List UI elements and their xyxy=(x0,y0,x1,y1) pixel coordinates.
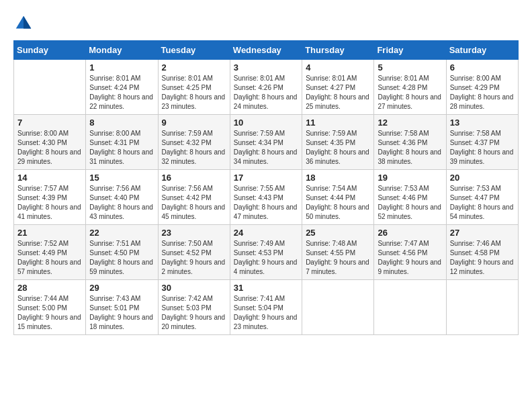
day-number: 6 xyxy=(450,62,515,73)
day-info: Sunrise: 8:01 AMSunset: 4:26 PMDaylight:… xyxy=(234,74,298,111)
calendar-week-4: 21Sunrise: 7:52 AMSunset: 4:49 PMDayligh… xyxy=(14,225,519,280)
header-saturday: Saturday xyxy=(446,41,518,60)
calendar-cell: 23Sunrise: 7:50 AMSunset: 4:52 PMDayligh… xyxy=(158,225,230,280)
day-number: 26 xyxy=(378,228,442,238)
day-info: Sunrise: 7:43 AMSunset: 5:01 PMDaylight:… xyxy=(89,294,154,332)
day-info: Sunrise: 7:58 AMSunset: 4:37 PMDaylight:… xyxy=(450,129,515,167)
day-info: Sunrise: 7:48 AMSunset: 4:55 PMDaylight:… xyxy=(306,239,370,277)
calendar-cell: 30Sunrise: 7:42 AMSunset: 5:03 PMDayligh… xyxy=(158,280,230,335)
calendar-cell: 12Sunrise: 7:58 AMSunset: 4:36 PMDayligh… xyxy=(374,115,446,170)
day-number: 31 xyxy=(234,283,298,293)
header-wednesday: Wednesday xyxy=(230,41,302,60)
day-info: Sunrise: 7:52 AMSunset: 4:49 PMDaylight:… xyxy=(17,239,82,277)
day-number: 27 xyxy=(450,228,515,238)
day-number: 18 xyxy=(306,173,370,183)
day-number: 21 xyxy=(17,228,82,238)
calendar-cell: 13Sunrise: 7:58 AMSunset: 4:37 PMDayligh… xyxy=(446,115,518,170)
day-info: Sunrise: 7:58 AMSunset: 4:36 PMDaylight:… xyxy=(378,129,442,167)
calendar-cell: 19Sunrise: 7:53 AMSunset: 4:46 PMDayligh… xyxy=(374,170,446,225)
day-info: Sunrise: 7:50 AMSunset: 4:52 PMDaylight:… xyxy=(162,239,226,277)
day-number: 28 xyxy=(17,283,82,293)
day-info: Sunrise: 7:56 AMSunset: 4:42 PMDaylight:… xyxy=(162,184,226,222)
day-number: 7 xyxy=(17,118,82,128)
day-info: Sunrise: 7:51 AMSunset: 4:50 PMDaylight:… xyxy=(89,239,154,277)
day-info: Sunrise: 8:01 AMSunset: 4:24 PMDaylight:… xyxy=(89,74,154,111)
calendar-cell: 27Sunrise: 7:46 AMSunset: 4:58 PMDayligh… xyxy=(446,225,518,280)
day-number: 23 xyxy=(162,228,226,238)
day-info: Sunrise: 7:47 AMSunset: 4:56 PMDaylight:… xyxy=(378,239,442,277)
day-info: Sunrise: 8:01 AMSunset: 4:27 PMDaylight:… xyxy=(306,74,370,111)
calendar-cell: 2Sunrise: 8:01 AMSunset: 4:25 PMDaylight… xyxy=(158,60,230,115)
day-number: 10 xyxy=(234,118,298,128)
day-info: Sunrise: 7:44 AMSunset: 5:00 PMDaylight:… xyxy=(17,294,82,332)
logo-icon xyxy=(13,13,34,34)
day-info: Sunrise: 7:53 AMSunset: 4:46 PMDaylight:… xyxy=(378,184,442,222)
day-number: 25 xyxy=(306,228,370,238)
calendar-cell: 25Sunrise: 7:48 AMSunset: 4:55 PMDayligh… xyxy=(302,225,374,280)
day-number: 24 xyxy=(234,228,298,238)
calendar-header-row: SundayMondayTuesdayWednesdayThursdayFrid… xyxy=(14,41,519,60)
calendar-cell: 31Sunrise: 7:41 AMSunset: 5:04 PMDayligh… xyxy=(230,280,302,335)
day-info: Sunrise: 8:01 AMSunset: 4:25 PMDaylight:… xyxy=(162,74,226,111)
calendar-cell: 7Sunrise: 8:00 AMSunset: 4:30 PMDaylight… xyxy=(14,115,86,170)
day-number: 4 xyxy=(306,62,370,73)
day-info: Sunrise: 7:59 AMSunset: 4:32 PMDaylight:… xyxy=(162,129,226,167)
header-tuesday: Tuesday xyxy=(158,41,230,60)
day-info: Sunrise: 8:01 AMSunset: 4:28 PMDaylight:… xyxy=(378,74,442,111)
day-info: Sunrise: 7:41 AMSunset: 5:04 PMDaylight:… xyxy=(234,294,298,332)
day-number: 20 xyxy=(450,173,515,183)
day-number: 14 xyxy=(17,173,82,183)
calendar-cell: 5Sunrise: 8:01 AMSunset: 4:28 PMDaylight… xyxy=(374,60,446,115)
calendar-cell: 26Sunrise: 7:47 AMSunset: 4:56 PMDayligh… xyxy=(374,225,446,280)
day-info: Sunrise: 7:55 AMSunset: 4:43 PMDaylight:… xyxy=(234,184,298,222)
calendar-cell: 28Sunrise: 7:44 AMSunset: 5:00 PMDayligh… xyxy=(14,280,86,335)
day-number: 3 xyxy=(234,62,298,73)
day-info: Sunrise: 7:54 AMSunset: 4:44 PMDaylight:… xyxy=(306,184,370,222)
calendar-cell: 1Sunrise: 8:01 AMSunset: 4:24 PMDaylight… xyxy=(86,60,158,115)
day-number: 16 xyxy=(162,173,226,183)
day-info: Sunrise: 7:46 AMSunset: 4:58 PMDaylight:… xyxy=(450,239,515,277)
logo xyxy=(13,13,36,34)
calendar-cell: 14Sunrise: 7:57 AMSunset: 4:39 PMDayligh… xyxy=(14,170,86,225)
day-number: 22 xyxy=(89,228,154,238)
calendar-week-2: 7Sunrise: 8:00 AMSunset: 4:30 PMDaylight… xyxy=(14,115,519,170)
calendar-cell: 11Sunrise: 7:59 AMSunset: 4:35 PMDayligh… xyxy=(302,115,374,170)
day-info: Sunrise: 7:59 AMSunset: 4:35 PMDaylight:… xyxy=(306,129,370,167)
calendar-week-5: 28Sunrise: 7:44 AMSunset: 5:00 PMDayligh… xyxy=(14,280,519,335)
day-info: Sunrise: 7:53 AMSunset: 4:47 PMDaylight:… xyxy=(450,184,515,222)
day-info: Sunrise: 7:42 AMSunset: 5:03 PMDaylight:… xyxy=(162,294,226,332)
calendar-cell: 24Sunrise: 7:49 AMSunset: 4:53 PMDayligh… xyxy=(230,225,302,280)
calendar-cell xyxy=(374,280,446,335)
day-number: 15 xyxy=(89,173,154,183)
day-number: 17 xyxy=(234,173,298,183)
calendar-cell: 8Sunrise: 8:00 AMSunset: 4:31 PMDaylight… xyxy=(86,115,158,170)
day-number: 13 xyxy=(450,118,515,128)
calendar-cell xyxy=(302,280,374,335)
calendar-cell: 9Sunrise: 7:59 AMSunset: 4:32 PMDaylight… xyxy=(158,115,230,170)
day-number: 9 xyxy=(162,118,226,128)
calendar-cell: 20Sunrise: 7:53 AMSunset: 4:47 PMDayligh… xyxy=(446,170,518,225)
calendar-cell: 22Sunrise: 7:51 AMSunset: 4:50 PMDayligh… xyxy=(86,225,158,280)
day-info: Sunrise: 7:49 AMSunset: 4:53 PMDaylight:… xyxy=(234,239,298,277)
day-number: 11 xyxy=(306,118,370,128)
calendar-cell: 18Sunrise: 7:54 AMSunset: 4:44 PMDayligh… xyxy=(302,170,374,225)
day-number: 1 xyxy=(89,62,154,73)
day-info: Sunrise: 8:00 AMSunset: 4:29 PMDaylight:… xyxy=(450,74,515,111)
page-header xyxy=(13,13,519,34)
day-number: 2 xyxy=(162,62,226,73)
calendar-cell: 21Sunrise: 7:52 AMSunset: 4:49 PMDayligh… xyxy=(14,225,86,280)
calendar-week-3: 14Sunrise: 7:57 AMSunset: 4:39 PMDayligh… xyxy=(14,170,519,225)
header-sunday: Sunday xyxy=(14,41,86,60)
calendar-cell: 10Sunrise: 7:59 AMSunset: 4:34 PMDayligh… xyxy=(230,115,302,170)
calendar-cell: 15Sunrise: 7:56 AMSunset: 4:40 PMDayligh… xyxy=(86,170,158,225)
day-number: 8 xyxy=(89,118,154,128)
header-thursday: Thursday xyxy=(302,41,374,60)
day-number: 5 xyxy=(378,62,442,73)
calendar-cell: 29Sunrise: 7:43 AMSunset: 5:01 PMDayligh… xyxy=(86,280,158,335)
calendar-table: SundayMondayTuesdayWednesdayThursdayFrid… xyxy=(13,40,519,335)
day-number: 19 xyxy=(378,173,442,183)
svg-marker-1 xyxy=(24,16,31,29)
day-info: Sunrise: 7:56 AMSunset: 4:40 PMDaylight:… xyxy=(89,184,154,222)
day-info: Sunrise: 8:00 AMSunset: 4:31 PMDaylight:… xyxy=(89,129,154,167)
calendar-cell: 3Sunrise: 8:01 AMSunset: 4:26 PMDaylight… xyxy=(230,60,302,115)
